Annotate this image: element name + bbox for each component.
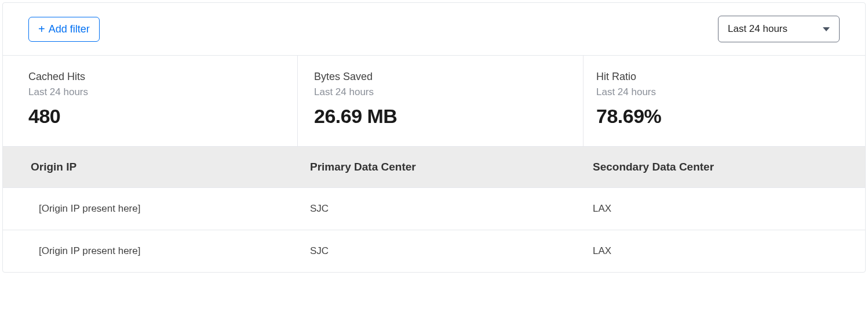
stat-subtitle: Last 24 hours <box>314 86 557 98</box>
stat-value: 480 <box>28 105 272 128</box>
topbar: + Add filter Last 24 hours <box>3 3 865 56</box>
table-row: [Origin IP present here] SJC LAX <box>3 230 865 272</box>
plus-icon: + <box>38 23 45 35</box>
time-range-label: Last 24 hours <box>728 23 787 35</box>
stat-title: Hit Ratio <box>596 71 840 83</box>
table-row: [Origin IP present here] SJC LAX <box>3 188 865 230</box>
column-header-secondary-dc: Secondary Data Center <box>593 161 865 173</box>
add-filter-label: Add filter <box>49 23 90 35</box>
cell-secondary-dc: LAX <box>593 203 865 215</box>
stats-row: Cached Hits Last 24 hours 480 Bytes Save… <box>3 56 865 146</box>
cell-origin-ip: [Origin IP present here] <box>3 245 310 257</box>
stat-value: 78.69% <box>596 105 840 128</box>
stat-subtitle: Last 24 hours <box>596 86 840 98</box>
stat-subtitle: Last 24 hours <box>28 86 272 98</box>
stat-value: 26.69 MB <box>314 105 557 128</box>
cell-origin-ip: [Origin IP present here] <box>3 203 310 215</box>
stat-card-cached-hits: Cached Hits Last 24 hours 480 <box>3 56 298 146</box>
stat-card-bytes-saved: Bytes Saved Last 24 hours 26.69 MB <box>298 56 583 146</box>
stat-card-hit-ratio: Hit Ratio Last 24 hours 78.69% <box>583 56 865 146</box>
caret-down-icon <box>823 27 830 31</box>
cell-secondary-dc: LAX <box>593 245 865 257</box>
cell-primary-dc: SJC <box>310 203 593 215</box>
time-range-select[interactable]: Last 24 hours <box>718 16 840 42</box>
column-header-primary-dc: Primary Data Center <box>310 161 593 173</box>
table-header-row: Origin IP Primary Data Center Secondary … <box>3 146 865 188</box>
stat-title: Bytes Saved <box>314 71 557 83</box>
column-header-origin-ip: Origin IP <box>3 161 310 173</box>
cell-primary-dc: SJC <box>310 245 593 257</box>
stat-title: Cached Hits <box>28 71 272 83</box>
analytics-panel: + Add filter Last 24 hours Cached Hits L… <box>2 2 866 273</box>
add-filter-button[interactable]: + Add filter <box>28 17 100 42</box>
